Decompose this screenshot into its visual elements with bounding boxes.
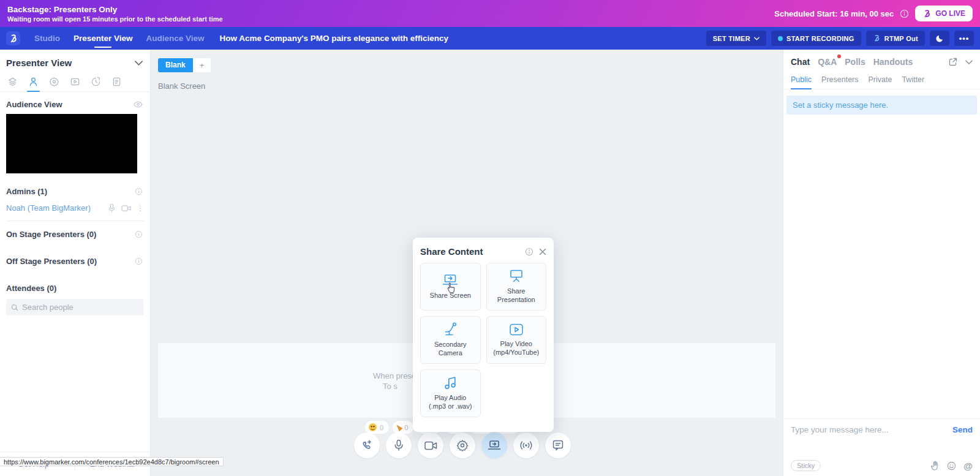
presenter-sidebar: Presenter View bbox=[0, 50, 151, 476]
option-label2: Presentation bbox=[497, 296, 535, 303]
info-icon[interactable] bbox=[135, 257, 143, 265]
scheduled-start-label: Scheduled Start: 16 min, 00 sec bbox=[774, 9, 894, 18]
send-button[interactable]: Send bbox=[952, 425, 973, 434]
go-live-button[interactable]: GO LIVE bbox=[915, 6, 973, 21]
backstage-bar: Backstage: Presenters Only Waiting room … bbox=[0, 0, 980, 27]
play-video-option[interactable]: Play Video(mp4/YouTube) bbox=[486, 316, 547, 364]
set-timer-button[interactable]: SET TIMER bbox=[706, 31, 766, 46]
party-popper-icon bbox=[394, 423, 402, 432]
stage-area: Blank + Blank Screen When preser To s 0 … bbox=[151, 50, 783, 476]
subtab-public[interactable]: Public bbox=[791, 75, 812, 89]
subtab-twitter[interactable]: Twitter bbox=[902, 75, 924, 89]
tab-polls[interactable]: Polls bbox=[845, 57, 865, 67]
tab-presenter-view[interactable]: Presenter View bbox=[74, 27, 133, 50]
chat-panel: Chat Q&A Polls Handouts Public Presenter… bbox=[783, 50, 980, 476]
popout-icon[interactable] bbox=[949, 58, 957, 66]
broadcast-button[interactable] bbox=[513, 433, 539, 458]
sticky-message-hint[interactable]: Set a sticky message here. bbox=[786, 96, 977, 115]
sidebar-panel-title: Presenter View bbox=[6, 58, 72, 68]
webcam-icon bbox=[443, 322, 458, 336]
tab-settings[interactable] bbox=[48, 74, 61, 91]
rtmp-out-label: RTMP Out bbox=[884, 35, 918, 42]
option-label2: (.mp3 or .wav) bbox=[429, 402, 472, 410]
subtab-private[interactable]: Private bbox=[869, 75, 892, 89]
status-bar-url: https://www.bigmarker.com/conferences/1e… bbox=[0, 457, 224, 466]
mic-icon[interactable] bbox=[108, 203, 116, 213]
set-timer-label: SET TIMER bbox=[713, 35, 750, 42]
on-stage-label: On Stage Presenters (0) bbox=[6, 230, 96, 239]
tab-studio[interactable]: Studio bbox=[34, 27, 60, 50]
audience-view-preview bbox=[6, 114, 137, 173]
stage-hint-line2: To s bbox=[383, 382, 398, 391]
backstage-subtitle: Waiting room will open 15 minutes prior … bbox=[7, 15, 223, 23]
raise-hand-icon[interactable] bbox=[931, 461, 940, 470]
tab-blank[interactable]: Blank bbox=[158, 58, 193, 72]
off-stage-label: Off Stage Presenters (0) bbox=[6, 257, 97, 266]
settings-button[interactable] bbox=[450, 433, 475, 458]
tab-layers[interactable] bbox=[6, 74, 19, 91]
emoji-icon[interactable] bbox=[947, 461, 956, 470]
tab-video[interactable] bbox=[69, 74, 81, 91]
moon-icon bbox=[935, 34, 944, 43]
secondary-camera-option[interactable]: SecondaryCamera bbox=[420, 316, 481, 364]
chat-button[interactable] bbox=[545, 433, 571, 458]
close-icon[interactable] bbox=[539, 248, 546, 255]
camera-icon[interactable] bbox=[121, 205, 131, 212]
brand-logo-icon bbox=[873, 34, 881, 42]
play-audio-option[interactable]: Play Audio(.mp3 or .wav) bbox=[420, 369, 481, 417]
blank-screen-label: Blank Screen bbox=[158, 81, 205, 91]
more-options-button[interactable]: ••• bbox=[954, 31, 974, 46]
sticky-toggle-button[interactable]: Sticky bbox=[791, 460, 821, 471]
tab-timer[interactable] bbox=[89, 74, 102, 91]
share-presentation-option[interactable]: SharePresentation bbox=[486, 263, 547, 311]
backstage-title: Backstage: Presenters Only bbox=[7, 5, 223, 14]
info-icon[interactable] bbox=[900, 9, 909, 18]
option-label2: Camera bbox=[439, 349, 462, 357]
tab-chat[interactable]: Chat bbox=[791, 57, 810, 67]
audience-view-label: Audience View bbox=[6, 100, 62, 109]
attendees-label: Attendees (0) bbox=[6, 284, 56, 293]
mention-icon[interactable]: @ bbox=[963, 461, 973, 471]
tab-qa[interactable]: Q&A bbox=[818, 57, 837, 67]
rtmp-out-button[interactable]: RTMP Out bbox=[866, 31, 925, 46]
camera-button[interactable] bbox=[418, 433, 443, 458]
option-label: Secondary bbox=[434, 341, 467, 348]
share-screen-option[interactable]: Share Screen bbox=[420, 263, 481, 311]
brand-logo-icon bbox=[922, 9, 932, 18]
start-recording-button[interactable]: START RECORDING bbox=[771, 31, 861, 46]
mic-button[interactable] bbox=[386, 433, 412, 458]
admin-name[interactable]: Noah (Team BigMarker) bbox=[6, 203, 108, 213]
control-bar bbox=[354, 433, 571, 458]
chevron-down-icon bbox=[754, 37, 760, 40]
dial-in-button[interactable] bbox=[354, 433, 380, 458]
info-icon[interactable] bbox=[525, 247, 533, 256]
tab-notes[interactable] bbox=[110, 74, 123, 91]
smile-emoji-icon bbox=[369, 423, 377, 431]
dark-mode-button[interactable] bbox=[930, 31, 949, 46]
reaction-count: 0 bbox=[404, 424, 408, 431]
presentation-icon bbox=[509, 269, 524, 283]
collapse-chevron-icon[interactable] bbox=[135, 61, 143, 66]
info-icon[interactable] bbox=[135, 230, 143, 238]
recording-dot-icon bbox=[778, 36, 783, 41]
chat-message-input[interactable] bbox=[791, 425, 952, 434]
add-tab-button[interactable]: + bbox=[193, 58, 211, 72]
info-icon[interactable] bbox=[135, 187, 143, 195]
qa-label: Q&A bbox=[818, 57, 837, 67]
brand-logo-icon[interactable] bbox=[6, 31, 20, 45]
share-content-button[interactable] bbox=[481, 433, 507, 458]
subtab-presenters[interactable]: Presenters bbox=[821, 75, 858, 89]
kebab-menu-icon[interactable]: ⋮ bbox=[137, 204, 144, 213]
collapse-chevron-icon[interactable] bbox=[965, 60, 973, 64]
status-url-text: https://www.bigmarker.com/conferences/1e… bbox=[4, 458, 219, 466]
reaction-party[interactable]: 0 bbox=[393, 421, 413, 434]
option-label: Play Video bbox=[500, 340, 532, 347]
start-recording-label: START RECORDING bbox=[786, 35, 854, 42]
tab-people[interactable] bbox=[27, 74, 40, 91]
reaction-smile[interactable]: 0 bbox=[365, 421, 389, 434]
option-label2: (mp4/YouTube) bbox=[493, 349, 539, 356]
tab-audience-view[interactable]: Audience View bbox=[146, 27, 205, 50]
search-people-input[interactable] bbox=[22, 303, 126, 312]
eye-icon[interactable] bbox=[134, 101, 143, 108]
tab-handouts[interactable]: Handouts bbox=[873, 57, 913, 67]
